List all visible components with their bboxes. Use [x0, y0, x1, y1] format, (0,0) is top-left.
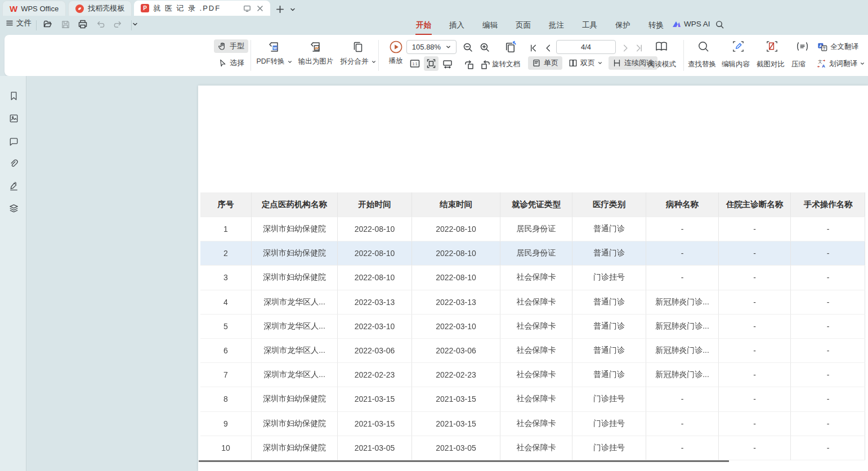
next-page-button[interactable]: [618, 41, 633, 55]
table-cell: 居民身份证: [500, 217, 572, 241]
tab-wps-home-label: WPS Office: [21, 5, 59, 13]
edit-content-label: 编辑内容: [722, 60, 750, 68]
menu-bar: 文件 开始 插入 编辑 页面 批注 工具 保护 转换: [0, 16, 868, 35]
tab-document-pdf[interactable]: P 就 医 记 录 .PDF: [134, 1, 270, 16]
table-cell: 深圳市妇幼保健院: [252, 241, 338, 266]
export-image-label: 输出为图片: [298, 57, 334, 66]
double-page-button[interactable]: 双页: [565, 56, 606, 70]
table-cell: 5: [200, 315, 252, 339]
menu-item-insert[interactable]: 插入: [449, 19, 465, 32]
new-tab-button[interactable]: [276, 5, 284, 14]
full-translate-button[interactable]: A字 全文翻译: [817, 42, 858, 52]
rotate-right-button[interactable]: [478, 57, 493, 72]
share-to-screen-icon[interactable]: [243, 5, 251, 12]
table-cell: 2022-08-10: [412, 241, 500, 266]
save-icon[interactable]: [59, 18, 71, 30]
wps-logo-icon: W: [10, 4, 17, 14]
table-row: 5深圳市龙华区人...2022-03-102022-03-10社会保障卡普通门诊…: [200, 315, 865, 339]
read-mode-button[interactable]: 阅读模式: [648, 60, 676, 69]
menu-item-tools[interactable]: 工具: [581, 19, 598, 32]
find-replace-button[interactable]: 查找替换: [688, 60, 716, 69]
tab-list-chevron-icon[interactable]: [290, 7, 296, 12]
cursor-icon: [218, 59, 227, 68]
signature-panel-button[interactable]: [7, 180, 20, 192]
attachments-panel-button[interactable]: [7, 157, 20, 169]
first-page-button[interactable]: [526, 41, 540, 55]
table-cell: 深圳市妇幼保健院: [252, 266, 338, 290]
single-page-label: 单页: [544, 58, 558, 68]
menu-item-page[interactable]: 页面: [515, 19, 531, 32]
table-cell: 居民身份证: [500, 241, 572, 266]
actual-size-button[interactable]: 1:1: [408, 56, 422, 71]
menu-item-edit[interactable]: 编辑: [482, 19, 498, 32]
screenshot-compare-button[interactable]: 截图对比: [757, 60, 785, 69]
zoom-level-select[interactable]: 105.88%: [406, 40, 457, 54]
split-merge-button[interactable]: 拆分合并: [338, 40, 378, 66]
table-cell: 2021-03-15: [338, 387, 412, 411]
pdf-convert-label: PDF转换: [257, 57, 285, 66]
table-cell: 社会保障卡: [500, 290, 572, 315]
table-cell: 深圳市妇幼保健院: [252, 412, 338, 436]
play-button[interactable]: 播放: [382, 40, 410, 66]
page-number-input[interactable]: 4/4: [556, 40, 616, 54]
layers-panel-button[interactable]: [7, 202, 20, 214]
print-icon[interactable]: [77, 18, 89, 30]
word-translate-button[interactable]: 文A 划词翻译: [816, 59, 865, 69]
wps-ai-button[interactable]: WPS AI: [672, 20, 710, 28]
table-row: 3深圳市妇幼保健院2022-08-102022-08-10社会保障卡门诊挂号--…: [200, 266, 865, 290]
undo-icon[interactable]: [94, 18, 106, 30]
table-cell: -: [791, 266, 865, 290]
double-page-label: 双页: [580, 58, 595, 68]
docer-icon: [75, 5, 84, 13]
hamburger-icon: [6, 19, 14, 27]
menu-item-protect[interactable]: 保护: [615, 19, 631, 32]
comments-panel-button[interactable]: [7, 135, 20, 147]
table-cell: 新冠肺炎门诊...: [646, 315, 719, 339]
menu-item-comment[interactable]: 批注: [548, 19, 565, 32]
fit-width-button[interactable]: [440, 56, 455, 71]
select-tool-button[interactable]: 选择: [214, 56, 248, 70]
table-cell: 深圳市龙华区人...: [252, 363, 338, 387]
close-tab-icon[interactable]: [257, 5, 263, 12]
edit-content-button[interactable]: 编辑内容: [722, 60, 750, 69]
single-page-button[interactable]: 单页: [528, 56, 562, 70]
zoom-out-button[interactable]: [460, 40, 475, 55]
thumbnails-panel-button[interactable]: [7, 112, 20, 124]
file-menu-button[interactable]: 文件: [6, 18, 32, 28]
table-cell: 深圳市妇幼保健院: [252, 217, 338, 241]
table-cell: 普通门诊: [572, 217, 646, 241]
table-cell: 深圳市龙华区人...: [252, 290, 338, 315]
bookmarks-panel-button[interactable]: [7, 89, 20, 102]
export-image-button[interactable]: 输出为图片: [295, 40, 337, 66]
rotate-document-button[interactable]: 旋转文档: [492, 60, 520, 69]
svg-text:1:1: 1:1: [412, 62, 417, 66]
rotate-left-button[interactable]: [462, 57, 476, 72]
one-to-one-icon: 1:1: [409, 58, 420, 69]
table-cell: 深圳市妇幼保健院: [252, 387, 338, 411]
chevron-down-icon: [598, 61, 602, 65]
open-file-icon[interactable]: [42, 18, 54, 30]
last-page-button[interactable]: [632, 41, 646, 55]
hand-tool-button[interactable]: 手型: [214, 39, 248, 53]
table-cell: -: [646, 387, 719, 411]
menu-item-home[interactable]: 开始: [415, 19, 432, 32]
zoom-in-button[interactable]: [477, 40, 492, 55]
table-cell: 6: [200, 339, 252, 363]
tab-docer-templates[interactable]: 找稻壳模板: [68, 1, 132, 16]
table-cell: 10: [200, 436, 252, 460]
compress-icon: [795, 39, 809, 53]
menu-item-convert[interactable]: 转换: [648, 19, 664, 32]
fit-page-button[interactable]: [424, 56, 439, 71]
redo-icon[interactable]: [111, 18, 124, 30]
table-cell: 4: [200, 290, 252, 315]
tab-wps-home[interactable]: W WPS Office: [2, 1, 66, 16]
table-cell: 社会保障卡: [500, 266, 572, 290]
table-row: 4深圳市龙华区人...2022-03-132022-03-13社会保障卡普通门诊…: [200, 290, 865, 315]
compress-button[interactable]: 压缩: [791, 60, 806, 69]
play-icon: [389, 40, 403, 54]
menubar-search-icon[interactable]: [715, 20, 724, 29]
pdf-file-icon: P: [141, 4, 149, 12]
pdf-convert-button[interactable]: W PDF转换: [254, 40, 294, 66]
previous-page-button[interactable]: [540, 41, 555, 55]
table-row: 1深圳市妇幼保健院2022-08-102022-08-10居民身份证普通门诊--…: [200, 217, 865, 241]
